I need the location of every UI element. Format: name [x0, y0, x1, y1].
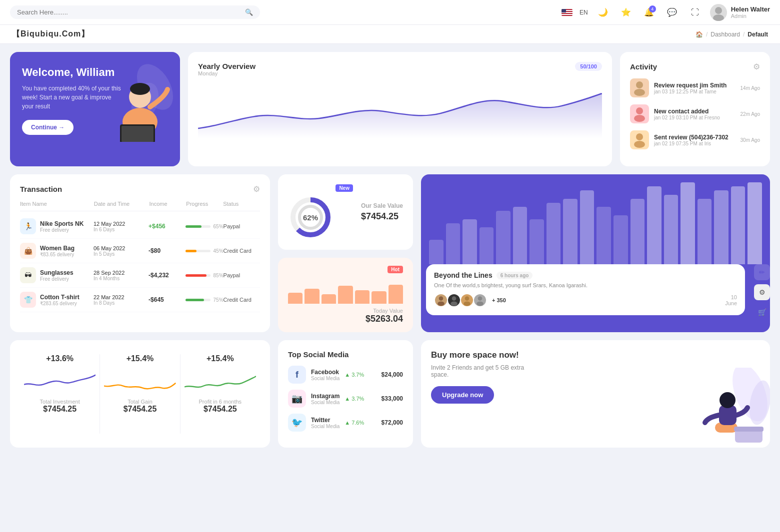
donut-label: 62%	[303, 213, 318, 222]
soc-pct-1: ▲ 3.7%	[344, 396, 364, 402]
welcome-card: Welcome, William You have completed 40% …	[10, 52, 180, 166]
instagram-icon: 📷	[288, 390, 306, 408]
chat-icon[interactable]: 💬	[664, 4, 680, 20]
activity-info-1: New contact added jan 02 19 03:10 PM at …	[654, 108, 736, 120]
mini-chart-2	[184, 367, 256, 395]
item-icon-1: 👜	[20, 243, 36, 259]
status-2: Paypal	[224, 272, 260, 278]
settings-icon-btn[interactable]: ⚙	[754, 284, 770, 300]
progress-pct-2: 85%	[214, 273, 224, 278]
item-cell-1: 👜 Women Bag₹83.65 delivery	[20, 243, 94, 259]
svg-point-0	[715, 7, 722, 14]
avatar-1	[447, 293, 461, 307]
item-name-3: Cotton T-shirt	[40, 294, 80, 301]
beyond-desc: One Of the world,s brightest, young surf…	[434, 282, 737, 288]
activity-info-0: Review request jim Smith jan 03 19 12:25…	[654, 82, 736, 94]
activity-title-1: New contact added	[654, 108, 736, 115]
svg-point-14	[634, 141, 645, 148]
date-main-0: 12 May 2022	[94, 221, 148, 227]
svg-point-30	[720, 392, 736, 408]
income-3: -$645	[148, 296, 185, 303]
svg-point-12	[634, 115, 645, 122]
social-info-1: Instagram Social Media	[311, 393, 340, 405]
date-sub-2: In 4 Months	[94, 276, 148, 281]
soc-val-1: $33,000	[382, 395, 403, 402]
today-value-card: Hot Today Value $5263.04	[278, 258, 413, 332]
breadcrumb-bar: 【Biqubiqu.Com】 🏠 / Dashboard / Default	[0, 25, 780, 44]
today-label: Today Value	[288, 308, 403, 314]
col-income: Income	[149, 201, 186, 207]
soc-pct-2: ▲ 7.6%	[344, 420, 364, 426]
mini-chart-0	[24, 367, 96, 395]
beyond-bar-chart	[421, 174, 770, 264]
svg-point-21	[450, 302, 458, 306]
transaction-gear-icon[interactable]: ⚙	[253, 184, 260, 194]
soc-name-2: Twitter	[311, 417, 340, 424]
cart-icon-btn[interactable]: 🛒	[754, 304, 770, 320]
bar-5	[372, 291, 386, 304]
expand-icon[interactable]: ⛶	[687, 4, 703, 20]
upgrade-button[interactable]: Upgrade now	[431, 386, 494, 404]
search-bar[interactable]: 🔍	[10, 5, 260, 19]
col-progress: Progress	[186, 201, 223, 207]
lang-selector[interactable]: EN	[580, 9, 588, 16]
new-badge: New	[336, 184, 353, 192]
activity-thumb-1	[630, 104, 649, 123]
mini-chart-1	[104, 367, 176, 395]
avatar	[710, 4, 727, 21]
sale-col: New 62% Our Sale Value $7454.25	[278, 174, 413, 332]
beyond-title-text: Beyond the Lines	[434, 271, 492, 279]
notification-icon[interactable]: 🔔 4	[641, 4, 657, 20]
sale-info: Our Sale Value $7454.25	[361, 202, 403, 222]
svg-point-10	[634, 89, 645, 96]
mini-val-1: $7454.25	[124, 405, 157, 414]
social-media-card: Top Social Media f Facebook Social Media…	[278, 340, 413, 448]
dark-mode-toggle[interactable]: 🌙	[595, 4, 611, 20]
income-1: -$80	[148, 247, 185, 254]
item-sub-2: Free delivery	[40, 276, 74, 282]
item-icon-2: 🕶	[20, 267, 36, 283]
mini-stat-0: +13.6% Total Investment $7454.25	[20, 350, 100, 438]
today-bar-chart	[288, 276, 403, 304]
activity-sub-0: jan 03 19 12:25 PM at Tame	[654, 89, 736, 94]
activity-gear-icon[interactable]: ⚙	[753, 62, 760, 71]
breadcrumb-sep1: /	[706, 31, 708, 38]
progress-0: 65%	[186, 224, 224, 229]
activity-title: Activity	[630, 62, 657, 71]
activity-item-1: New contact added jan 02 19 03:10 PM at …	[630, 104, 760, 123]
date-sub-1: In 5 Days	[94, 251, 148, 257]
progress-3: 75%	[186, 297, 224, 303]
income-2: -$4,232	[148, 272, 185, 279]
svg-point-8	[130, 83, 150, 95]
item-cell-2: 🕶 SunglassesFree delivery	[20, 267, 94, 283]
edit-icon-btn[interactable]: ✏	[754, 264, 770, 280]
breadcrumb-dashboard[interactable]: Dashboard	[710, 31, 740, 38]
progress-2: 85%	[186, 273, 224, 278]
item-icon-0: 🏃	[20, 218, 36, 234]
user-name: Helen Walter	[731, 5, 770, 13]
mini-val-2: $7454.25	[204, 405, 237, 414]
user-avatar-wrap[interactable]: Helen Walter Admin	[710, 4, 770, 21]
yearly-title: Yearly Overview	[198, 62, 256, 70]
star-icon[interactable]: ⭐	[618, 4, 634, 20]
buyspace-title: Buy more space now!	[431, 350, 760, 360]
plus-count: + 350	[492, 297, 506, 303]
continue-button[interactable]: Continue →	[22, 120, 74, 135]
avatars-row: + 350	[434, 293, 506, 307]
social-item-1: 📷 Instagram Social Media ▲ 3.7% $33,000	[288, 390, 403, 408]
mini-pct-1: +15.4%	[126, 354, 154, 363]
bar-1	[304, 289, 319, 304]
svg-point-1	[713, 14, 724, 21]
facebook-icon: f	[288, 366, 306, 384]
yearly-chart	[198, 83, 602, 138]
soc-type-1: Social Media	[311, 400, 340, 405]
svg-rect-6	[122, 126, 154, 142]
home-icon[interactable]: 🏠	[696, 31, 703, 38]
svg-point-13	[636, 133, 643, 140]
avatar-3	[473, 293, 487, 307]
soc-type-2: Social Media	[311, 424, 340, 429]
social-info-2: Twitter Social Media	[311, 417, 340, 429]
item-name-0: Nike Sports NK	[40, 220, 84, 227]
main-content: Welcome, William You have completed 40% …	[0, 44, 780, 456]
search-input[interactable]	[17, 8, 241, 16]
